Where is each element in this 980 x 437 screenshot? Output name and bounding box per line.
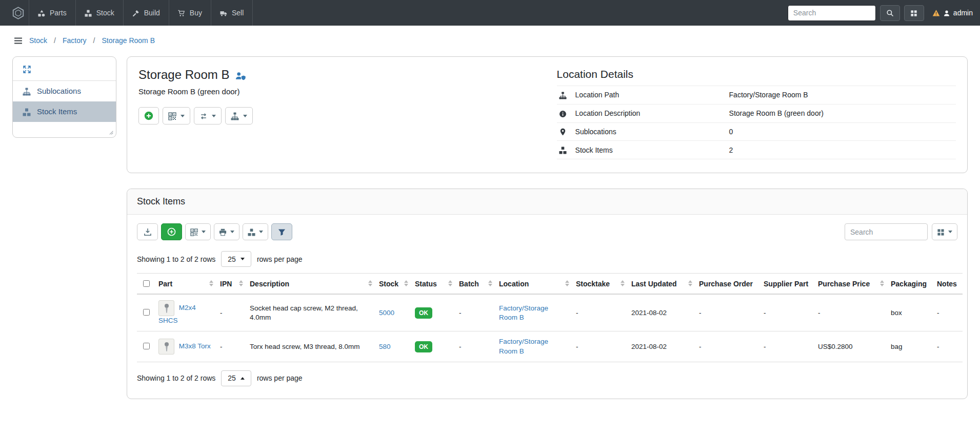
page-title-text: Storage Room B: [138, 68, 229, 82]
user-icon: [943, 9, 950, 17]
barcode-actions-dropdown[interactable]: [185, 223, 211, 240]
status-badge: OK: [415, 341, 432, 352]
search-button[interactable]: [880, 5, 900, 21]
boxes-icon: [248, 228, 255, 236]
column-header-batch[interactable]: Batch: [455, 274, 495, 295]
breadcrumb: Stock / Factory / Storage Room B: [0, 26, 980, 55]
nav-sell[interactable]: Sell: [211, 0, 252, 26]
column-header-purchase-price[interactable]: Purchase Price: [814, 274, 887, 295]
boxes-icon: [23, 107, 31, 116]
chevron-down-icon: [241, 258, 245, 260]
table-header-row: Part IPN Description Stock Status Batch …: [137, 274, 963, 295]
location-link[interactable]: Factory/Storage Room B: [499, 338, 548, 355]
column-header-stock[interactable]: Stock: [375, 274, 411, 295]
nav-sell-label: Sell: [232, 9, 244, 17]
export-button[interactable]: [137, 223, 158, 240]
column-header-packaging[interactable]: Packaging: [887, 274, 933, 295]
sidebar-resize-handle[interactable]: [107, 127, 114, 135]
cell-packaging: bag: [887, 331, 933, 362]
location-details-table: Location Path Factory/Storage Room B Loc…: [557, 86, 956, 159]
sidebar-item-stock-items[interactable]: Stock Items: [13, 101, 116, 122]
column-header-last-updated[interactable]: Last Updated: [627, 274, 695, 295]
column-header-purchase-order[interactable]: Purchase Order: [695, 274, 759, 295]
row-select-checkbox[interactable]: [143, 309, 150, 316]
sort-icon: [565, 280, 569, 286]
stock-options-dropdown[interactable]: [243, 223, 268, 240]
location-actions-button[interactable]: [225, 107, 253, 124]
sidebar-expand-toggle[interactable]: [13, 59, 116, 81]
cell-last-updated: 2021-08-02: [627, 331, 695, 362]
column-header-stocktake[interactable]: Stocktake: [572, 274, 627, 295]
columns-dropdown[interactable]: [932, 223, 957, 240]
user-menu[interactable]: admin: [932, 9, 973, 17]
location-link[interactable]: Factory/Storage Room B: [499, 304, 548, 321]
nav-parts[interactable]: Parts: [29, 0, 75, 26]
filter-button[interactable]: [271, 223, 292, 240]
part-thumbnail: [158, 300, 174, 316]
detail-row-sublocations: Sublocations 0: [557, 122, 956, 141]
main-content: Storage Room B Storage Room B (green doo…: [127, 56, 968, 399]
column-header-description[interactable]: Description: [246, 274, 375, 295]
expand-arrows-icon: [23, 65, 31, 74]
status-badge: OK: [415, 307, 432, 319]
cell-description: Socket head cap screw, M2 thread, 4.0mm: [246, 294, 375, 331]
nav-stock[interactable]: Stock: [75, 0, 123, 26]
apps-grid-button[interactable]: [904, 5, 924, 21]
filter-icon: [278, 228, 286, 236]
column-header-ipn[interactable]: IPN: [216, 274, 246, 295]
qr-code-icon: [168, 111, 176, 120]
stock-actions-button[interactable]: [194, 107, 222, 124]
sort-icon: [688, 280, 692, 286]
breadcrumb-factory[interactable]: Factory: [63, 36, 87, 45]
app-logo[interactable]: [7, 0, 29, 26]
column-header-part[interactable]: Part: [154, 274, 216, 295]
new-location-button[interactable]: [138, 107, 159, 124]
column-header-supplier-part[interactable]: Supplier Part: [759, 274, 814, 295]
table-search-input[interactable]: [845, 223, 928, 240]
detail-value: Factory/Storage Room B: [727, 86, 956, 105]
map-marker-icon: [559, 128, 567, 136]
table-columns-icon: [937, 228, 945, 236]
detail-value: Storage Room B (green door): [727, 104, 956, 122]
breadcrumb-stock[interactable]: Stock: [29, 36, 47, 45]
sidebar-item-sublocations[interactable]: Sublocations: [13, 81, 116, 101]
nav-build[interactable]: Build: [123, 0, 169, 26]
stock-quantity-link[interactable]: 580: [379, 343, 391, 350]
nav-buy[interactable]: Buy: [169, 0, 211, 26]
plus-circle-icon: [144, 111, 153, 120]
table-row: M2x4 SHCS - Socket head cap screw, M2 th…: [137, 294, 963, 331]
nav-build-label: Build: [144, 9, 160, 17]
breadcrumb-tree-toggle[interactable]: [14, 36, 23, 45]
column-header-location[interactable]: Location: [495, 274, 572, 295]
page-size-dropdown[interactable]: 25: [221, 370, 251, 386]
barcode-actions-button[interactable]: [163, 107, 190, 124]
location-summary-left: Storage Room B Storage Room B (green doo…: [138, 66, 554, 159]
search-icon: [886, 9, 894, 17]
column-header-notes[interactable]: Notes: [933, 274, 963, 295]
resize-grip-icon: [107, 127, 114, 135]
sidebar-item-label: Sublocations: [37, 87, 81, 95]
chevron-up-icon: [241, 377, 245, 380]
chevron-down-icon: [230, 231, 234, 233]
select-all-checkbox[interactable]: [143, 280, 150, 287]
chevron-down-icon: [202, 231, 206, 233]
stock-quantity-link[interactable]: 5000: [379, 309, 394, 317]
location-summary-panel: Storage Room B Storage Room B (green doo…: [127, 56, 968, 173]
nav-parts-label: Parts: [50, 9, 67, 17]
page-size-dropdown[interactable]: 25: [221, 251, 251, 267]
location-details: Location Details Location Path Factory/S…: [554, 66, 956, 159]
part-thumbnail: [158, 339, 174, 355]
row-select-checkbox[interactable]: [143, 343, 150, 349]
sitemap-icon: [231, 111, 239, 120]
sort-icon: [880, 280, 884, 286]
global-search-input[interactable]: [788, 5, 876, 21]
apps-grid-icon: [910, 9, 917, 16]
print-actions-dropdown[interactable]: [214, 223, 239, 240]
column-header-status[interactable]: Status: [411, 274, 455, 295]
page-size-value: 25: [228, 374, 236, 382]
cell-notes: -: [933, 331, 963, 362]
new-stock-item-button[interactable]: [161, 223, 182, 240]
cell-stocktake: -: [572, 294, 627, 331]
part-link[interactable]: M3x8 Torx: [179, 342, 211, 350]
showing-text: Showing 1 to 2 of 2 rows: [137, 374, 215, 382]
